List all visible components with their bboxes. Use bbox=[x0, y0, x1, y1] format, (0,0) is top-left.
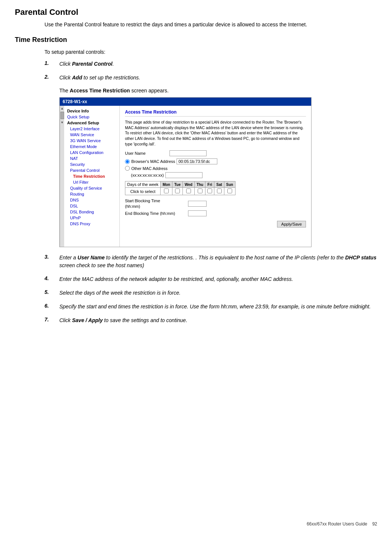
mon-header: Mon bbox=[161, 181, 172, 188]
router-sidebar: Device InfoQuick SetupAdvanced SetupLaye… bbox=[64, 106, 120, 247]
sun-check[interactable] bbox=[224, 188, 235, 195]
sidebar-item-security[interactable]: Security bbox=[64, 161, 119, 167]
blocking-section: Start Blocking Time (hh:mm) End Blocking… bbox=[125, 198, 306, 216]
end-blocking-input[interactable] bbox=[188, 210, 207, 216]
sidebar-item-lan-configuration[interactable]: LAN Configuration bbox=[64, 150, 119, 155]
sun-header: Sun bbox=[224, 181, 235, 188]
screen-appears-label: The Access Time Restriction screen appea… bbox=[59, 88, 377, 94]
sidebar-item-routing[interactable]: Routing bbox=[64, 191, 119, 197]
wed-checkbox[interactable] bbox=[186, 189, 191, 193]
browsers-mac-row: Browser's MAC Address 00:05:1b:73:5f:dc bbox=[125, 158, 306, 164]
mac-section: Browser's MAC Address 00:05:1b:73:5f:dc … bbox=[125, 158, 306, 178]
wed-check[interactable] bbox=[182, 188, 194, 195]
panel-title: Access Time Restriction bbox=[125, 109, 306, 117]
sidebar-item-wan-service[interactable]: WAN Service bbox=[64, 132, 119, 138]
step-6-number: 6. bbox=[45, 303, 59, 309]
click-select-cell: Click to select bbox=[125, 188, 161, 195]
thu-header: Thu bbox=[194, 181, 205, 188]
step-4-content: Enter the MAC address of the network ada… bbox=[59, 275, 377, 283]
step-3-number: 3. bbox=[45, 254, 59, 260]
days-table: Days of the week Mon Tue Wed Thu Fri Sat… bbox=[125, 181, 235, 195]
tue-check[interactable] bbox=[172, 188, 182, 195]
fri-checkbox[interactable] bbox=[207, 189, 212, 193]
browsers-mac-label: Browser's MAC Address bbox=[131, 159, 175, 164]
sat-checkbox[interactable] bbox=[217, 189, 222, 193]
sidebar-scrollbar[interactable]: ▲ ▼ bbox=[60, 106, 64, 247]
sidebar-item-dsl[interactable]: DSL bbox=[64, 203, 119, 209]
fri-check[interactable] bbox=[205, 188, 214, 195]
router-header: 6728-W1-xx bbox=[60, 98, 311, 106]
router-screenshot: 6728-W1-xx ▲ ▼ Device InfoQuick SetupAdv… bbox=[59, 97, 312, 247]
step-3-content: Enter a User Name to identify the target… bbox=[59, 254, 377, 269]
sun-checkbox[interactable] bbox=[227, 189, 232, 193]
step-7: 7. Click Save / Apply to save the settin… bbox=[45, 317, 377, 324]
sidebar-item-ethernet-mode[interactable]: Ethernet Mode bbox=[64, 144, 119, 150]
sidebar-item-advanced-setup[interactable]: Advanced Setup bbox=[64, 120, 119, 126]
end-blocking-label: End Blocking Time (hh:mm) bbox=[125, 211, 188, 216]
step-2-number: 2. bbox=[45, 74, 59, 80]
page-title: Parental Control bbox=[15, 7, 377, 17]
mac-value: 00:05:1b:73:5f:dc bbox=[177, 158, 217, 164]
step-5-content: Select the days of the week the restrict… bbox=[59, 289, 377, 297]
setup-intro: To setup parental controls: bbox=[45, 49, 377, 55]
start-blocking-input[interactable] bbox=[188, 201, 207, 207]
sidebar-item-parental-control[interactable]: Parental Control bbox=[64, 167, 119, 173]
tue-header: Tue bbox=[172, 181, 182, 188]
mon-check[interactable] bbox=[161, 188, 172, 195]
step-2-content: Click Add to set up the restrictions. bbox=[59, 74, 377, 82]
page-footer: 66xx/67xx Router Users Guide 92 bbox=[307, 521, 377, 527]
fri-header: Fri bbox=[205, 181, 214, 188]
sat-check[interactable] bbox=[214, 188, 224, 195]
other-mac-hint-row: (xx:xx:xx:xx:xx:xx) bbox=[131, 172, 306, 178]
step-1-number: 1. bbox=[45, 60, 59, 66]
sidebar-item-dns[interactable]: DNS bbox=[64, 197, 119, 203]
sidebar-item-time-restriction[interactable]: Time Restriction bbox=[64, 173, 119, 179]
other-mac-row: Other MAC Address bbox=[125, 166, 306, 171]
step-2: 2. Click Add to set up the restrictions. bbox=[45, 74, 377, 82]
username-label: User Name bbox=[125, 151, 169, 155]
step-4-number: 4. bbox=[45, 275, 59, 281]
sidebar-item-quality-of-service[interactable]: Quality of Service bbox=[64, 185, 119, 191]
start-blocking-row: Start Blocking Time (hh:mm) bbox=[125, 198, 306, 209]
section-title: Time Restriction bbox=[15, 36, 377, 44]
other-mac-radio[interactable] bbox=[125, 166, 130, 171]
step-6-content: Specify the start and end times the rest… bbox=[59, 303, 377, 311]
step-1: 1. Click Parental Control. bbox=[45, 60, 377, 68]
start-blocking-label: Start Blocking Time (hh:mm) bbox=[125, 198, 188, 209]
browsers-mac-radio[interactable] bbox=[125, 159, 130, 164]
sidebar-item-dsl-bonding[interactable]: DSL Bonding bbox=[64, 209, 119, 215]
end-blocking-row: End Blocking Time (hh:mm) bbox=[125, 210, 306, 216]
thu-checkbox[interactable] bbox=[198, 189, 202, 193]
step-7-number: 7. bbox=[45, 317, 59, 322]
router-main-panel: Access Time Restriction This page adds t… bbox=[120, 106, 311, 247]
username-row: User Name bbox=[125, 150, 306, 156]
step-3: 3. Enter a User Name to identify the tar… bbox=[45, 254, 377, 269]
apply-save-button[interactable]: Apply/Save bbox=[277, 221, 306, 227]
mon-checkbox[interactable] bbox=[164, 189, 169, 193]
sidebar-item-device-info[interactable]: Device Info bbox=[64, 108, 119, 114]
panel-description: This page adds time of day restriction t… bbox=[125, 119, 306, 147]
step-7-content: Click Save / Apply to save the settings … bbox=[59, 317, 377, 324]
sat-header: Sat bbox=[214, 181, 224, 188]
scroll-thumb[interactable] bbox=[60, 112, 64, 119]
username-input[interactable] bbox=[169, 150, 207, 156]
other-mac-hint: (xx:xx:xx:xx:xx:xx) bbox=[131, 173, 164, 177]
other-mac-input[interactable] bbox=[165, 172, 202, 178]
sidebar-item-layer2-interface[interactable]: Layer2 Interface bbox=[64, 126, 119, 132]
step-5-number: 5. bbox=[45, 289, 59, 295]
tue-checkbox[interactable] bbox=[175, 189, 180, 193]
sidebar-item-quick-setup[interactable]: Quick Setup bbox=[64, 114, 119, 120]
sidebar-item-upnp[interactable]: UPnP bbox=[64, 215, 119, 221]
wed-header: Wed bbox=[182, 181, 194, 188]
sidebar-item-nat[interactable]: NAT bbox=[64, 155, 119, 161]
thu-check[interactable] bbox=[194, 188, 205, 195]
sidebar-item-url-filter[interactable]: Url Filter bbox=[64, 179, 119, 185]
step-5: 5. Select the days of the week the restr… bbox=[45, 289, 377, 297]
step-1-content: Click Parental Control. bbox=[59, 60, 377, 68]
sidebar-item-dns-proxy[interactable]: DNS Proxy bbox=[64, 221, 119, 227]
intro-text: Use the Parental Control feature to rest… bbox=[45, 21, 377, 29]
days-label: Days of the week bbox=[125, 181, 161, 188]
step-6: 6. Specify the start and end times the r… bbox=[45, 303, 377, 311]
sidebar-item-3g-wan-service[interactable]: 3G WAN Service bbox=[64, 138, 119, 144]
step-4: 4. Enter the MAC address of the network … bbox=[45, 275, 377, 283]
